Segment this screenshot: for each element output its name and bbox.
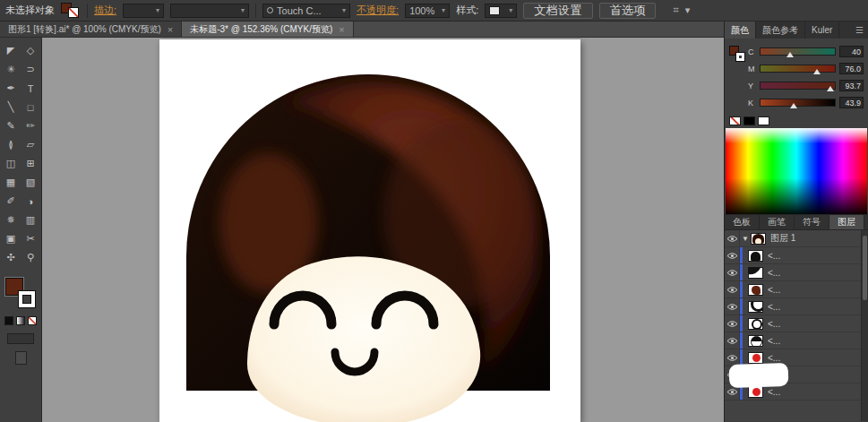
direct-selection-tool[interactable]: ◇ — [21, 41, 40, 60]
layer-label[interactable]: <... — [768, 285, 780, 295]
slider-track[interactable] — [760, 99, 836, 107]
visibility-eye-icon[interactable] — [725, 230, 740, 246]
visibility-eye-icon[interactable] — [725, 281, 740, 297]
none-button[interactable] — [28, 316, 37, 325]
rectangle-tool[interactable]: □ — [21, 98, 40, 116]
layer-label[interactable]: <... — [768, 387, 780, 397]
layer-row[interactable]: <... — [725, 264, 861, 281]
fill-stroke-proxy[interactable] — [729, 46, 746, 63]
slider-value[interactable]: 76.0 — [839, 63, 864, 74]
tab-layers[interactable]: 图层 — [829, 215, 864, 229]
tab-color-guide[interactable]: 颜色参考 — [756, 22, 805, 39]
selection-tool[interactable]: ◤ — [1, 41, 21, 60]
white-swatch[interactable] — [758, 116, 769, 125]
disclosure-triangle-icon[interactable]: ▼ — [740, 235, 751, 243]
layer-thumbnail[interactable] — [748, 386, 763, 398]
layer-thumbnail[interactable] — [748, 301, 763, 313]
slice-tool[interactable]: ✂ — [21, 229, 40, 248]
cmyk-slider-y[interactable]: Y93.7 — [748, 77, 864, 94]
layer-label[interactable]: <... — [768, 319, 780, 329]
slider-value[interactable]: 43.9 — [839, 97, 864, 108]
magic-wand-tool[interactable]: ✳ — [1, 60, 21, 79]
layer-label[interactable]: <... — [768, 353, 780, 363]
line-segment-tool[interactable]: ╲ — [1, 98, 21, 116]
layer-header-row[interactable]: ▼ 图层 1 — [725, 230, 861, 247]
visibility-eye-icon[interactable] — [725, 332, 740, 349]
cmyk-slider-k[interactable]: K43.9 — [748, 94, 864, 111]
tab-color[interactable]: 颜色 — [725, 22, 756, 39]
tab-kuler[interactable]: Kuler — [805, 22, 839, 39]
opacity-label[interactable]: 不透明度: — [357, 4, 399, 17]
layer-thumbnail[interactable] — [748, 284, 763, 296]
type-tool[interactable]: T — [21, 79, 40, 98]
document-tab-2[interactable]: 未标题-3* @ 152.36% (CMYK/预览) × — [182, 22, 354, 37]
layer-label[interactable]: <... — [768, 268, 780, 278]
layer-label[interactable]: <... — [768, 336, 780, 346]
tab-symbols[interactable]: 符号 — [795, 215, 829, 229]
stroke-swatch[interactable] — [18, 290, 36, 308]
slider-track[interactable] — [760, 65, 836, 73]
lasso-tool[interactable]: ⊃ — [21, 60, 40, 79]
gradient-button[interactable] — [16, 316, 25, 325]
cmyk-slider-m[interactable]: M76.0 — [748, 60, 864, 77]
style-dropdown[interactable]: ▾ — [485, 4, 517, 18]
eyedropper-tool[interactable]: ✐ — [1, 192, 21, 211]
stroke-swatch[interactable] — [735, 52, 745, 62]
layer-row[interactable]: <... — [725, 247, 861, 264]
none-swatch[interactable] — [729, 116, 741, 125]
visibility-eye-icon[interactable] — [725, 349, 740, 366]
artboard[interactable] — [159, 39, 580, 422]
layer-label[interactable]: <... — [768, 251, 780, 261]
close-icon[interactable]: × — [168, 24, 173, 35]
layer-label[interactable]: <... — [768, 302, 780, 312]
slider-track[interactable] — [760, 47, 836, 56]
fill-stroke-proxy[interactable] — [5, 278, 36, 308]
brush-definition-dropdown[interactable]: ▾ — [170, 4, 249, 18]
symbol-sprayer-tool[interactable]: ✵ — [1, 211, 21, 229]
layer-thumbnail[interactable] — [748, 267, 763, 279]
layer-row[interactable]: <... — [725, 332, 861, 349]
opacity-input[interactable]: 100% ▾ — [405, 4, 450, 18]
panel-menu-icon[interactable]: ☰ — [851, 22, 868, 39]
stroke-swatch[interactable] — [68, 7, 79, 18]
tab-swatches[interactable]: 色板 — [725, 215, 760, 229]
stroke-weight-dropdown[interactable]: ▾ — [123, 4, 164, 18]
hand-tool[interactable]: ✣ — [1, 248, 21, 267]
pen-tool[interactable]: ✒ — [1, 79, 21, 98]
free-transform-tool[interactable]: ▱ — [21, 135, 40, 154]
slider-marker[interactable] — [813, 69, 821, 74]
pencil-tool[interactable]: ✏ — [21, 116, 40, 135]
gradient-tool[interactable]: ▧ — [21, 173, 40, 192]
slider-value[interactable]: 40 — [839, 46, 864, 57]
visibility-eye-icon[interactable] — [725, 264, 740, 280]
width-tool[interactable]: ≬ — [1, 135, 21, 154]
tab-brushes[interactable]: 画笔 — [760, 215, 795, 229]
layer-thumbnail[interactable] — [748, 250, 763, 262]
slider-value[interactable]: 93.7 — [839, 80, 864, 91]
layer-name[interactable]: 图层 1 — [770, 232, 795, 245]
paintbrush-tool[interactable]: ✎ — [1, 116, 21, 135]
perspective-grid-tool[interactable]: ⊞ — [21, 154, 40, 173]
layer-thumbnail[interactable] — [748, 335, 763, 347]
fill-stroke-proxy[interactable] — [61, 2, 81, 19]
layers-scrollbar[interactable] — [861, 230, 868, 421]
color-spectrum[interactable] — [726, 128, 867, 214]
shape-builder-tool[interactable]: ◫ — [1, 154, 21, 173]
artboard-tool[interactable]: ▣ — [1, 229, 21, 248]
screen-mode-button[interactable] — [15, 351, 27, 365]
cmyk-slider-c[interactable]: C40 — [748, 43, 864, 60]
slider-marker[interactable] — [786, 52, 794, 57]
visibility-eye-icon[interactable] — [725, 315, 740, 332]
color-button[interactable] — [4, 316, 13, 325]
document-tab-1[interactable]: 图形1 [转换].ai* @ 100% (CMYK/预览) × — [0, 22, 182, 37]
layer-thumbnail[interactable] — [751, 233, 766, 245]
close-icon[interactable]: × — [339, 24, 344, 35]
canvas-area[interactable] — [42, 38, 724, 422]
blend-tool[interactable]: ◑ — [21, 192, 40, 211]
layer-row[interactable]: <... — [725, 315, 861, 332]
mesh-tool[interactable]: ▦ — [1, 173, 21, 192]
chevron-down-icon[interactable]: ▾ — [685, 4, 691, 16]
stroke-label[interactable]: 描边: — [94, 4, 116, 17]
layer-row[interactable]: <... — [725, 281, 861, 298]
slider-marker[interactable] — [790, 103, 797, 108]
